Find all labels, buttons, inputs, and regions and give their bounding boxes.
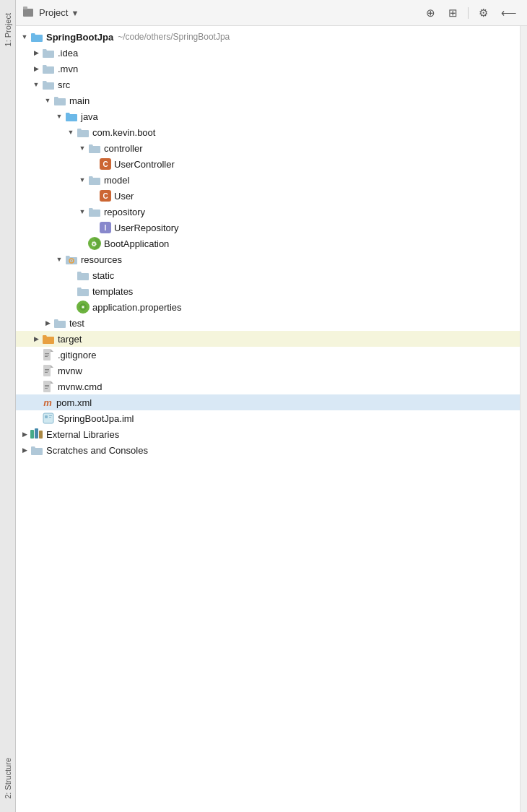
- tree-item-mvn[interactable]: ▶ .mvn: [16, 61, 520, 77]
- user-label: User: [114, 191, 134, 202]
- arrow-idea: ▶: [30, 47, 42, 59]
- tree-item-main[interactable]: ▼ main: [16, 92, 520, 108]
- folder-icon-src: [42, 79, 55, 90]
- svg-point-8: [82, 306, 84, 308]
- svg-point-5: [71, 260, 72, 262]
- svg-rect-19: [45, 386, 49, 387]
- tree-item-pom[interactable]: m pom.xml: [16, 394, 520, 410]
- svg-rect-27: [39, 431, 43, 439]
- folder-icon-resources: [65, 254, 78, 264]
- controller-label: controller: [104, 143, 142, 154]
- tree-item-static[interactable]: static: [16, 267, 520, 283]
- appprops-label: application.properties: [92, 302, 182, 313]
- file-icon-mvnwcmd: [42, 381, 55, 392]
- separator: [468, 7, 469, 19]
- svg-rect-26: [35, 428, 38, 439]
- tree-item-test[interactable]: ▶ test: [16, 315, 520, 331]
- bootapplication-label: BootApplication: [104, 238, 169, 249]
- class-badge-usercontroller: C: [100, 158, 111, 170]
- spring-props-icon: [77, 301, 90, 314]
- tree-item-usercontroller[interactable]: C UserController: [16, 156, 520, 172]
- structure-tab[interactable]: 2: Structure: [2, 752, 14, 805]
- tree-item-bootapplication[interactable]: ⚙ BootApplication: [16, 236, 520, 251]
- svg-rect-14: [45, 369, 49, 370]
- tree-item-appprops[interactable]: application.properties: [16, 299, 520, 315]
- usercontroller-label: UserController: [114, 159, 175, 170]
- arrow-scratches: ▶: [19, 444, 30, 456]
- mvnw-label: mvnw: [58, 366, 82, 376]
- arrow-test: ▶: [42, 317, 53, 329]
- tree-item-idea[interactable]: ▶ .idea: [16, 45, 520, 61]
- test-label: test: [69, 318, 84, 329]
- spring-boot-icon: ⚙: [88, 237, 101, 250]
- folder-icon-target: [42, 334, 55, 344]
- svg-rect-20: [45, 388, 48, 389]
- svg-rect-10: [45, 353, 49, 354]
- arrow-main: ▼: [42, 95, 53, 106]
- arrow-repository: ▼: [77, 206, 88, 217]
- arrow-java: ▼: [53, 111, 65, 122]
- repository-label: repository: [104, 207, 145, 217]
- gitignore-label: .gitignore: [58, 350, 96, 360]
- project-panel: Project ▼ ⊕ ⊞ ⚙ ⟵ ▼ SpringBootJpa ~/code…: [16, 0, 527, 812]
- tree-item-target[interactable]: ▶ target: [16, 331, 520, 347]
- resources-label: resources: [81, 254, 122, 265]
- tree-item-userrepository[interactable]: I UserRepository: [16, 220, 520, 236]
- root-path: ~/code/others/SpringBootJpa: [118, 32, 230, 42]
- tree-item-extlibs[interactable]: ▶ External Libraries: [16, 426, 520, 442]
- tree-item-mvnw[interactable]: mvnw: [16, 363, 520, 379]
- project-tab[interactable]: 1: Project: [2, 7, 14, 52]
- mvnwcmd-label: mvnw.cmd: [58, 381, 102, 392]
- folder-icon-model: [88, 175, 101, 185]
- arrow-model: ▼: [77, 174, 88, 186]
- tree-item-mvnwcmd[interactable]: mvnw.cmd: [16, 379, 520, 394]
- java-label: java: [81, 111, 98, 122]
- folder-icon-mvn: [42, 64, 55, 74]
- panel-header: Project ▼ ⊕ ⊞ ⚙ ⟵: [16, 0, 527, 26]
- tree-item-model[interactable]: ▼ model: [16, 172, 520, 188]
- svg-text:⚙: ⚙: [91, 241, 97, 248]
- project-tree: ▼ SpringBootJpa ~/code/others/SpringBoot…: [16, 26, 520, 812]
- pom-icon: m: [42, 397, 53, 408]
- panel-title: Project: [39, 7, 68, 18]
- tree-item-root[interactable]: ▼ SpringBootJpa ~/code/others/SpringBoot…: [16, 29, 520, 45]
- file-icon-mvnw: [42, 365, 55, 376]
- svg-rect-21: [43, 413, 53, 423]
- scrollbar[interactable]: [520, 26, 527, 812]
- folder-icon-static: [77, 270, 90, 280]
- svg-rect-23: [49, 415, 52, 416]
- folder-icon-pkg: [77, 127, 90, 137]
- root-label: SpringBootJpa: [46, 32, 113, 43]
- userrepository-label: UserRepository: [114, 223, 179, 233]
- tree-item-scratches[interactable]: ▶ Scratches and Consoles: [16, 442, 520, 458]
- tree-item-iml[interactable]: SpringBootJpa.iml: [16, 410, 520, 426]
- tree-item-src[interactable]: ▼ src: [16, 77, 520, 92]
- tree-item-java[interactable]: ▼ java: [16, 108, 520, 124]
- dropdown-arrow[interactable]: ▼: [71, 9, 79, 17]
- model-label: model: [104, 175, 129, 186]
- tree-item-resources[interactable]: ▼ resources: [16, 251, 520, 267]
- header-actions: ⊕ ⊞ ⚙ ⟵: [423, 5, 520, 21]
- settings-btn[interactable]: ⚙: [476, 5, 491, 21]
- locate-btn[interactable]: ⊕: [423, 5, 438, 21]
- tree-item-templates[interactable]: templates: [16, 283, 520, 299]
- tree-item-repository[interactable]: ▼ repository: [16, 204, 520, 220]
- tree-item-pkg[interactable]: ▼ com.kevin.boot: [16, 124, 520, 140]
- file-icon-gitignore: [42, 349, 55, 360]
- iml-icon: [42, 413, 55, 424]
- tree-item-user[interactable]: C User: [16, 188, 520, 204]
- folder-icon-test: [53, 318, 66, 328]
- folder-icon-idea: [42, 48, 55, 58]
- svg-rect-0: [23, 9, 33, 17]
- main-label: main: [69, 95, 90, 106]
- tree-item-controller[interactable]: ▼ controller: [16, 140, 520, 156]
- arrow-src: ▼: [30, 79, 42, 90]
- svg-rect-12: [45, 356, 48, 357]
- extlibs-label: External Libraries: [46, 429, 119, 440]
- templates-label: templates: [92, 286, 133, 297]
- folder-icon-templates: [77, 286, 90, 296]
- collapse-btn[interactable]: ⊞: [445, 5, 461, 21]
- tree-item-gitignore[interactable]: .gitignore: [16, 347, 520, 363]
- side-tab-strip: 1: Project 2: Structure: [0, 0, 16, 812]
- hide-btn[interactable]: ⟵: [498, 5, 520, 21]
